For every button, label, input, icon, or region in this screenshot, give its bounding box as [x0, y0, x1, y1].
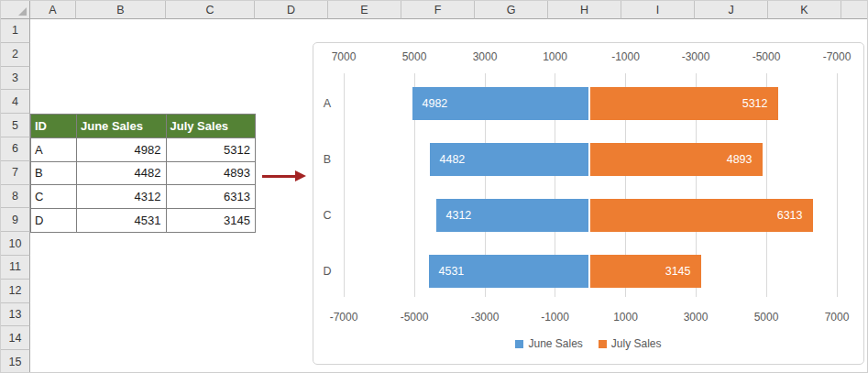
- column-header-partial: [841, 1, 868, 19]
- bar-data-label: 4312: [446, 209, 472, 222]
- category-label-D: D: [315, 255, 339, 288]
- bottom-axis-tick: 7000: [825, 311, 850, 324]
- bottom-axis-tick: 3000: [684, 311, 709, 324]
- column-header-row: A B C D E F G H I J K: [1, 1, 868, 19]
- header-cell-june-sales[interactable]: June Sales: [77, 115, 167, 138]
- bar-july-D[interactable]: 3145: [590, 255, 701, 288]
- row-header-10[interactable]: 10: [1, 232, 30, 256]
- header-cell-july-sales[interactable]: July Sales: [166, 115, 256, 138]
- column-header-B[interactable]: B: [76, 1, 166, 19]
- top-axis-tick: -1000: [611, 50, 640, 63]
- row-header-14[interactable]: 14: [1, 326, 30, 350]
- table-row: D 4531 3145: [31, 209, 256, 233]
- header-cell-id[interactable]: ID: [31, 115, 77, 138]
- bar-june-A[interactable]: 4982: [412, 87, 588, 120]
- row-header-6[interactable]: 6: [1, 137, 30, 161]
- top-axis-tick: 5000: [402, 50, 427, 63]
- cell-id[interactable]: B: [31, 161, 77, 185]
- bar-july-C[interactable]: 6313: [590, 199, 813, 232]
- column-header-J[interactable]: J: [695, 1, 768, 19]
- column-header-K[interactable]: K: [768, 1, 841, 19]
- sales-table: ID June Sales July Sales A 4982 5312 B 4…: [30, 114, 256, 233]
- cell-id[interactable]: C: [31, 185, 77, 209]
- tornado-chart[interactable]: 7000 5000 3000 1000 -1000 -3000 -5000 -7…: [313, 42, 864, 365]
- column-header-I[interactable]: I: [621, 1, 695, 19]
- select-all-corner[interactable]: [1, 1, 30, 19]
- bar-data-label: 4982: [423, 97, 448, 110]
- table-header-row: ID June Sales July Sales: [31, 115, 256, 138]
- row-header-3[interactable]: 3: [1, 67, 30, 91]
- column-header-F[interactable]: F: [401, 1, 475, 19]
- row-header-11[interactable]: 11: [1, 256, 30, 280]
- bottom-axis-tick: -3000: [471, 311, 500, 324]
- cell-id[interactable]: A: [31, 137, 77, 161]
- cell-july[interactable]: 6313: [166, 185, 256, 209]
- cell-june[interactable]: 4982: [77, 137, 167, 161]
- arrow-head-icon: [295, 170, 306, 181]
- cell-june[interactable]: 4531: [77, 209, 167, 233]
- bar-july-A[interactable]: 5312: [590, 87, 778, 120]
- legend-item-june-sales[interactable]: June Sales: [515, 337, 582, 350]
- column-header-E[interactable]: E: [328, 1, 401, 19]
- top-axis-tick: -3000: [682, 50, 710, 63]
- select-all-triangle-icon: [18, 7, 27, 16]
- row-header-1[interactable]: 1: [1, 19, 30, 43]
- category-label-C: C: [315, 199, 339, 232]
- top-axis-tick: 1000: [543, 50, 567, 63]
- row-header-13[interactable]: 13: [1, 303, 30, 327]
- legend-label: June Sales: [528, 337, 582, 350]
- row-header-15[interactable]: 15: [1, 350, 30, 373]
- gridline: [837, 73, 838, 297]
- bar-data-label: 4531: [439, 265, 465, 278]
- cell-july[interactable]: 4893: [166, 161, 256, 185]
- spreadsheet-app: A B C D E F G H I J K 1 2 3 4 5 6 7 8 9 …: [0, 0, 868, 373]
- row-header-9[interactable]: 9: [1, 208, 30, 232]
- table-row: C 4312 6313: [31, 185, 256, 209]
- top-axis-tick: 7000: [332, 50, 357, 63]
- arrow-shape: [262, 170, 306, 183]
- cell-june[interactable]: 4482: [77, 161, 167, 185]
- bottom-axis-tick: -7000: [330, 311, 358, 324]
- row-header-8[interactable]: 8: [1, 185, 30, 209]
- bar-data-label: 6313: [777, 209, 803, 222]
- column-header-G[interactable]: G: [475, 1, 548, 19]
- row-header-12[interactable]: 12: [1, 280, 30, 303]
- table-row: A 4982 5312: [31, 137, 256, 161]
- bar-data-label: 5312: [742, 97, 768, 110]
- column-header-C[interactable]: C: [166, 1, 255, 19]
- category-label-B: B: [315, 143, 339, 176]
- legend-item-july-sales[interactable]: July Sales: [599, 337, 662, 350]
- bar-data-label: 4482: [440, 153, 466, 166]
- top-axis-tick: -5000: [753, 50, 781, 63]
- table-row: B 4482 4893: [31, 161, 256, 185]
- column-header-D[interactable]: D: [255, 1, 328, 19]
- bar-june-C[interactable]: 4312: [436, 199, 588, 232]
- cell-july[interactable]: 5312: [166, 137, 256, 161]
- bottom-axis-tick: 5000: [754, 311, 779, 324]
- row-header-5[interactable]: 5: [1, 114, 30, 137]
- bar-june-B[interactable]: 4482: [430, 143, 588, 176]
- arrow-shaft: [262, 175, 296, 178]
- bottom-axis-tick: 1000: [613, 311, 638, 324]
- row-header-2[interactable]: 2: [1, 43, 30, 67]
- bar-june-D[interactable]: 4531: [429, 255, 588, 288]
- column-header-H[interactable]: H: [548, 1, 621, 19]
- row-header-column: 1 2 3 4 5 6 7 8 9 10 11 12 13 14 15: [1, 19, 30, 373]
- bar-data-label: 4893: [727, 153, 753, 166]
- bar-july-B[interactable]: 4893: [590, 143, 763, 176]
- column-header-A[interactable]: A: [30, 1, 76, 19]
- legend-swatch-icon: [515, 340, 523, 348]
- top-axis-tick: -7000: [823, 50, 852, 63]
- category-label-A: A: [315, 87, 339, 120]
- bottom-axis-tick: -1000: [541, 311, 569, 324]
- row-header-7[interactable]: 7: [1, 161, 30, 185]
- top-axis-tick: 3000: [473, 50, 498, 63]
- row-header-4[interactable]: 4: [1, 90, 30, 114]
- legend-swatch-icon: [599, 340, 607, 348]
- cell-june[interactable]: 4312: [77, 185, 167, 209]
- gridline: [344, 73, 345, 297]
- bar-data-label: 3145: [665, 265, 691, 278]
- cell-july[interactable]: 3145: [166, 209, 256, 233]
- cell-id[interactable]: D: [31, 209, 77, 233]
- legend-label: July Sales: [611, 337, 662, 350]
